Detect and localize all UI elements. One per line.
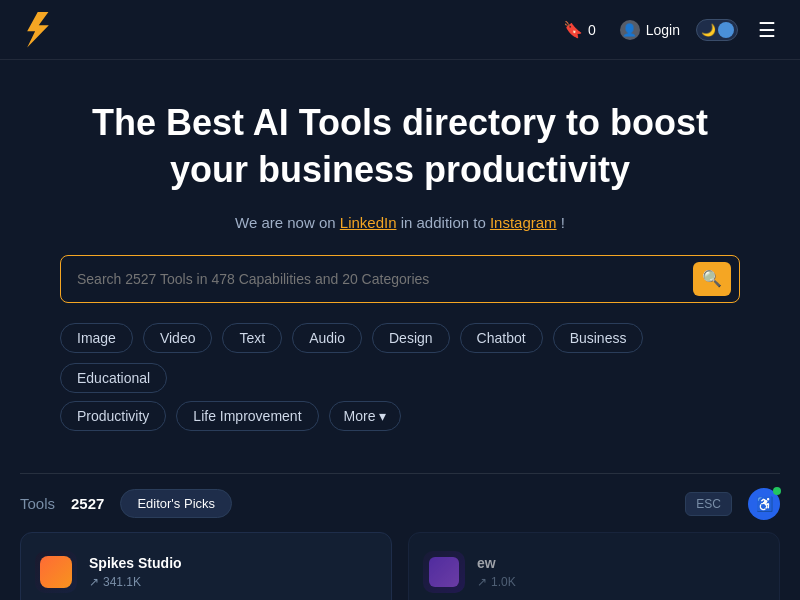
- card-icon-spikes: [35, 551, 77, 593]
- hero-subtitle: We are now on LinkedIn in addition to In…: [60, 214, 740, 231]
- tag-image[interactable]: Image: [60, 323, 133, 353]
- tag-video[interactable]: Video: [143, 323, 213, 353]
- hero-title: The Best AI Tools directory to boost you…: [60, 100, 740, 194]
- tag-productivity[interactable]: Productivity: [60, 401, 166, 431]
- search-input[interactable]: [77, 271, 693, 287]
- chevron-down-icon: ▾: [379, 408, 386, 424]
- spikes-logo-icon: [40, 556, 72, 588]
- tools-label: Tools: [20, 495, 55, 512]
- cards-row: Spikes Studio ↗ 341.1K ew ↗ 1.0K: [20, 532, 780, 600]
- logo-icon: [20, 12, 56, 48]
- instagram-link[interactable]: Instagram: [490, 214, 557, 231]
- accessibility-dot: [773, 487, 781, 495]
- moon-icon: 🌙: [701, 23, 716, 37]
- tag-business[interactable]: Business: [553, 323, 644, 353]
- accessibility-icon: ♿: [756, 496, 773, 512]
- header-right: 🔖 0 👤 Login 🌙 ☰: [555, 14, 780, 46]
- search-button[interactable]: 🔍: [693, 262, 731, 296]
- menu-icon: ☰: [758, 19, 776, 41]
- toggle-track[interactable]: 🌙: [696, 19, 738, 41]
- editors-picks-button[interactable]: Editor's Picks: [120, 489, 232, 518]
- bookmark-icon: 🔖: [563, 20, 583, 39]
- subtitle-mid: in addition to: [401, 214, 490, 231]
- tags-row-1: Image Video Text Audio Design Chatbot Bu…: [60, 323, 740, 393]
- main-content: Tools 2527 Editor's Picks ESC ♿ Spikes S…: [0, 473, 800, 600]
- tag-life-improvement[interactable]: Life Improvement: [176, 401, 318, 431]
- card-info-spikes: Spikes Studio ↗ 341.1K: [89, 555, 377, 589]
- menu-button[interactable]: ☰: [754, 14, 780, 46]
- card-info-2: ew ↗ 1.0K: [477, 555, 765, 589]
- esc-badge: ESC: [685, 492, 732, 516]
- hero-section: The Best AI Tools directory to boost you…: [0, 60, 800, 459]
- logo[interactable]: [20, 12, 56, 48]
- trend-icon-2: ↗: [477, 575, 487, 589]
- bookmark-button[interactable]: 🔖 0: [555, 16, 604, 43]
- subtitle-post: !: [561, 214, 565, 231]
- editors-picks-label: Editor's Picks: [137, 496, 215, 511]
- trend-icon-spikes: ↗: [89, 575, 99, 589]
- tag-chatbot[interactable]: Chatbot: [460, 323, 543, 353]
- theme-toggle[interactable]: 🌙: [696, 19, 738, 41]
- divider: [20, 473, 780, 474]
- header: 🔖 0 👤 Login 🌙 ☰: [0, 0, 800, 60]
- tag-educational[interactable]: Educational: [60, 363, 167, 393]
- tag-design[interactable]: Design: [372, 323, 450, 353]
- accessibility-button[interactable]: ♿: [748, 488, 780, 520]
- tools-row: Tools 2527 Editor's Picks ESC ♿: [20, 488, 780, 532]
- card2-logo-icon: [429, 557, 459, 587]
- bookmark-count: 0: [588, 22, 596, 38]
- login-button[interactable]: 👤 Login: [620, 20, 680, 40]
- card-title-2: ew: [477, 555, 765, 571]
- linkedin-link[interactable]: LinkedIn: [340, 214, 397, 231]
- card-stat-spikes: ↗ 341.1K: [89, 575, 377, 589]
- user-icon: 👤: [620, 20, 640, 40]
- more-label: More: [344, 408, 376, 424]
- subtitle-pre: We are now on: [235, 214, 340, 231]
- login-label: Login: [646, 22, 680, 38]
- more-button[interactable]: More ▾: [329, 401, 402, 431]
- tags-row-2: Productivity Life Improvement More ▾: [60, 401, 740, 431]
- card-stat-2: ↗ 1.0K: [477, 575, 765, 589]
- search-icon: 🔍: [702, 269, 722, 288]
- search-bar: 🔍: [60, 255, 740, 303]
- toggle-knob: [718, 22, 734, 38]
- stat-value-2: 1.0K: [491, 575, 516, 589]
- tools-count: 2527: [71, 495, 104, 512]
- tool-card-2[interactable]: ew ↗ 1.0K: [408, 532, 780, 600]
- tool-card-spikes[interactable]: Spikes Studio ↗ 341.1K: [20, 532, 392, 600]
- card-icon-2: [423, 551, 465, 593]
- stat-value-spikes: 341.1K: [103, 575, 141, 589]
- card-title-spikes: Spikes Studio: [89, 555, 377, 571]
- tag-text[interactable]: Text: [222, 323, 282, 353]
- tag-audio[interactable]: Audio: [292, 323, 362, 353]
